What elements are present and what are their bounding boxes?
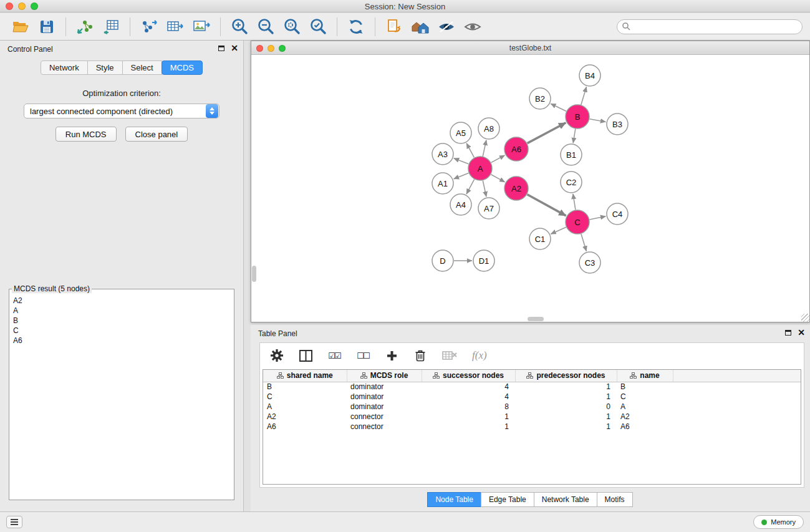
zoom-selected-button[interactable] bbox=[279, 15, 305, 39]
table-cell[interactable]: 1 bbox=[515, 422, 617, 432]
graph-node[interactable]: B bbox=[566, 105, 589, 128]
unselect-all-columns-button[interactable]: ☐☐ bbox=[356, 347, 370, 364]
horizontal-scrollbar-thumb[interactable] bbox=[528, 317, 544, 321]
graph-edge[interactable] bbox=[528, 123, 566, 143]
show-panels-button[interactable] bbox=[6, 516, 22, 528]
search-input[interactable] bbox=[617, 19, 803, 34]
table-cell[interactable]: B bbox=[617, 382, 673, 392]
graph-node[interactable]: C bbox=[566, 210, 589, 234]
table-cell[interactable]: 1 bbox=[422, 422, 515, 432]
graph-edge[interactable] bbox=[590, 216, 606, 220]
table-cell[interactable]: dominator bbox=[347, 402, 422, 412]
tab-style[interactable]: Style bbox=[87, 60, 123, 75]
graph-node[interactable]: C2 bbox=[561, 172, 582, 193]
zoom-out-button[interactable] bbox=[253, 15, 279, 39]
select-all-columns-button[interactable]: ☑☑ bbox=[327, 347, 341, 364]
table-cell[interactable]: connector bbox=[347, 412, 422, 422]
graph-node[interactable]: A6 bbox=[504, 137, 528, 161]
table-cell[interactable]: 8 bbox=[422, 402, 515, 412]
tab-network[interactable]: Network bbox=[41, 60, 88, 75]
mcds-result-item[interactable]: C bbox=[10, 326, 233, 336]
graph-node[interactable]: C3 bbox=[579, 252, 600, 273]
table-cell[interactable]: A2 bbox=[617, 412, 673, 422]
show-columns-button[interactable] bbox=[299, 347, 312, 364]
export-image-button[interactable] bbox=[188, 15, 215, 39]
graph-edge[interactable] bbox=[466, 180, 475, 195]
table-cell[interactable]: 1 bbox=[515, 382, 617, 392]
graph-node[interactable]: A bbox=[468, 157, 492, 180]
graph-node[interactable]: A3 bbox=[432, 143, 453, 165]
mcds-result-item[interactable]: A2 bbox=[10, 296, 233, 306]
table-settings-button[interactable] bbox=[270, 347, 284, 364]
home-button[interactable] bbox=[407, 15, 433, 39]
network-graph[interactable]: B4B2BB3A5A8A6B1A3AC2A1A2A4A7C4CC1C3DD1 bbox=[251, 55, 809, 322]
style-brush-button[interactable] bbox=[433, 15, 460, 39]
float-table-panel-icon[interactable] bbox=[785, 330, 791, 336]
table-cell[interactable]: connector bbox=[347, 422, 422, 432]
graph-edge[interactable] bbox=[551, 227, 566, 234]
tab-select[interactable]: Select bbox=[122, 60, 162, 75]
run-mcds-button[interactable]: Run MCDS bbox=[55, 127, 117, 142]
table-cell[interactable]: A6 bbox=[617, 422, 673, 432]
graph-edge[interactable] bbox=[491, 175, 505, 182]
graph-node[interactable]: B3 bbox=[607, 114, 628, 135]
graph-edge[interactable] bbox=[528, 195, 566, 216]
column-header[interactable]: name bbox=[617, 370, 673, 382]
export-table-button[interactable] bbox=[162, 15, 188, 39]
float-panel-icon[interactable] bbox=[218, 46, 224, 51]
table-cell[interactable]: A bbox=[617, 402, 673, 412]
network-canvas[interactable]: B4B2BB3A5A8A6B1A3AC2A1A2A4A7C4CC1C3DD1 bbox=[251, 55, 809, 322]
visibility-button[interactable] bbox=[460, 15, 486, 39]
table-row[interactable]: A2connector11A2 bbox=[263, 412, 801, 422]
table-cell[interactable]: dominator bbox=[347, 382, 422, 392]
table-cell[interactable]: 4 bbox=[422, 382, 515, 392]
graph-edge[interactable] bbox=[483, 140, 486, 157]
close-panel-icon[interactable]: ✕ bbox=[231, 44, 238, 52]
mcds-result-item[interactable]: A6 bbox=[10, 336, 233, 346]
table-cell[interactable]: A bbox=[263, 402, 347, 412]
table-row[interactable]: Cdominator41C bbox=[263, 392, 801, 402]
table-cell[interactable]: dominator bbox=[347, 392, 422, 402]
resize-grip[interactable] bbox=[801, 314, 809, 322]
graph-node[interactable]: D1 bbox=[473, 250, 494, 271]
table-cell[interactable]: A2 bbox=[263, 412, 347, 422]
close-panel-button[interactable]: Close panel bbox=[125, 127, 188, 142]
graph-node[interactable]: A5 bbox=[450, 122, 471, 143]
zoom-fit-button[interactable] bbox=[305, 15, 331, 39]
graph-node[interactable]: A1 bbox=[432, 173, 453, 194]
zoom-in-button[interactable] bbox=[226, 15, 253, 39]
save-session-button[interactable] bbox=[34, 15, 60, 39]
column-header[interactable]: predecessor nodes bbox=[515, 370, 617, 382]
graph-edge[interactable] bbox=[581, 87, 587, 105]
column-header[interactable]: successor nodes bbox=[422, 370, 515, 382]
function-builder-button[interactable]: f(x) bbox=[472, 347, 487, 364]
tab-node-table[interactable]: Node Table bbox=[427, 492, 481, 507]
graph-edge[interactable] bbox=[454, 173, 469, 179]
export-document-button[interactable] bbox=[381, 15, 407, 39]
tab-network-table[interactable]: Network Table bbox=[534, 492, 597, 507]
import-table-from-file-button[interactable] bbox=[98, 15, 124, 39]
optimization-criterion-select[interactable]: largest connected component (directed) bbox=[24, 104, 219, 118]
graph-edge[interactable] bbox=[573, 194, 576, 210]
export-network-button[interactable] bbox=[136, 15, 162, 39]
graph-edge[interactable] bbox=[590, 119, 606, 122]
graph-node[interactable]: A4 bbox=[450, 194, 471, 215]
network-window-titlebar[interactable]: testGlobe.txt bbox=[251, 41, 809, 55]
delete-table-button[interactable] bbox=[442, 347, 457, 364]
apply-preferred-layout-button[interactable] bbox=[343, 15, 369, 39]
table-cell[interactable]: 4 bbox=[422, 392, 515, 402]
close-table-panel-icon[interactable]: ✕ bbox=[798, 329, 805, 336]
table-cell[interactable]: 0 bbox=[515, 402, 617, 412]
mcds-result-item[interactable]: A bbox=[10, 306, 233, 316]
table-cell[interactable]: C bbox=[617, 392, 673, 402]
open-session-button[interactable] bbox=[7, 15, 34, 39]
column-header[interactable]: shared name bbox=[263, 370, 347, 382]
graph-edge[interactable] bbox=[483, 181, 486, 197]
table-cell[interactable]: 1 bbox=[515, 412, 617, 422]
create-column-button[interactable] bbox=[385, 347, 398, 364]
graph-edge[interactable] bbox=[581, 234, 587, 251]
delete-columns-button[interactable] bbox=[413, 347, 427, 364]
table-cell[interactable]: B bbox=[263, 382, 347, 392]
graph-node[interactable]: B1 bbox=[561, 144, 582, 165]
graph-edge[interactable] bbox=[573, 129, 576, 143]
